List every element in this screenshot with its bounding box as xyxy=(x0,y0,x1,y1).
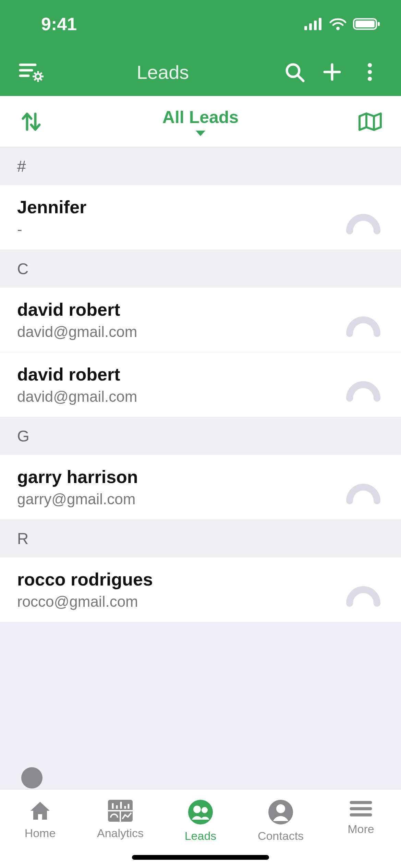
analytics-icon xyxy=(107,798,134,823)
filter-dropdown[interactable]: All Leads xyxy=(45,107,356,136)
nav-contacts[interactable]: Contacts xyxy=(241,798,321,843)
search-icon xyxy=(284,62,305,82)
battery-icon xyxy=(353,17,380,31)
svg-point-45 xyxy=(276,804,285,813)
nav-more[interactable]: More xyxy=(321,798,401,836)
svg-line-18 xyxy=(34,79,36,80)
lead-row[interactable]: david robert david@gmail.com xyxy=(0,288,401,352)
leads-list[interactable]: # Jennifer - C david robert david@gmail.… xyxy=(0,147,401,789)
avatar-placeholder-icon xyxy=(343,197,384,238)
plus-icon xyxy=(323,62,342,82)
home-icon xyxy=(28,798,52,823)
contacts-icon xyxy=(267,798,294,826)
settings-list-button[interactable] xyxy=(16,57,47,87)
svg-rect-1 xyxy=(309,23,312,30)
chevron-down-icon xyxy=(196,131,205,136)
section-header: # xyxy=(0,147,401,185)
section-header: C xyxy=(0,250,401,288)
cellular-icon xyxy=(304,18,323,30)
floating-dot xyxy=(21,767,42,788)
lead-row[interactable]: david robert david@gmail.com xyxy=(0,352,401,417)
svg-point-20 xyxy=(36,75,40,78)
nav-label: Contacts xyxy=(258,829,304,843)
filter-label: All Leads xyxy=(162,107,239,127)
svg-line-22 xyxy=(298,75,303,81)
map-view-button[interactable] xyxy=(356,112,384,131)
svg-point-26 xyxy=(368,70,372,74)
svg-point-27 xyxy=(368,77,372,81)
svg-rect-2 xyxy=(314,21,317,30)
nav-leads[interactable]: Leads xyxy=(160,798,241,843)
menu-icon xyxy=(349,798,373,819)
search-button[interactable] xyxy=(279,57,310,87)
section-header: R xyxy=(0,520,401,557)
bottom-nav: Home Analytics Leads Contacts More xyxy=(0,789,401,868)
lead-row[interactable]: garry harrison garry@gmail.com xyxy=(0,455,401,520)
svg-line-16 xyxy=(34,73,36,74)
svg-point-42 xyxy=(193,806,201,813)
nav-analytics[interactable]: Analytics xyxy=(80,798,160,840)
svg-marker-30 xyxy=(360,113,381,130)
home-indicator xyxy=(132,855,269,860)
leads-icon xyxy=(187,798,214,826)
sort-button[interactable] xyxy=(17,110,45,133)
nav-label: Home xyxy=(25,827,56,840)
svg-rect-3 xyxy=(319,18,321,30)
lead-name: garry harrison xyxy=(17,467,343,487)
svg-point-4 xyxy=(336,27,340,30)
lead-name: Jennifer xyxy=(17,197,343,217)
avatar-placeholder-icon xyxy=(343,467,384,508)
avatar-placeholder-icon xyxy=(343,299,384,340)
lead-sub: - xyxy=(17,221,343,238)
app-header: Leads xyxy=(0,48,401,96)
svg-line-19 xyxy=(40,73,42,74)
svg-point-41 xyxy=(188,800,213,824)
svg-point-43 xyxy=(202,807,208,813)
page-title: Leads xyxy=(47,61,279,83)
svg-rect-7 xyxy=(378,22,380,26)
lead-sub: david@gmail.com xyxy=(17,388,343,405)
lead-sub: rocco@gmail.com xyxy=(17,593,343,610)
map-icon xyxy=(358,112,382,131)
lead-row[interactable]: rocco rodrigues rocco@gmail.com xyxy=(0,557,401,622)
lead-sub: garry@gmail.com xyxy=(17,491,343,508)
nav-label: Analytics xyxy=(97,827,144,840)
avatar-placeholder-icon xyxy=(343,364,384,405)
more-vertical-icon xyxy=(366,62,373,82)
svg-point-25 xyxy=(368,63,372,67)
status-time: 9:41 xyxy=(41,14,77,34)
add-button[interactable] xyxy=(317,57,348,87)
lead-name: david robert xyxy=(17,299,343,320)
status-bar: 9:41 xyxy=(0,0,401,48)
filter-bar: All Leads xyxy=(0,96,401,147)
settings-list-icon xyxy=(19,62,44,82)
lead-sub: david@gmail.com xyxy=(17,323,343,340)
sort-icon xyxy=(20,110,42,133)
status-right-icons xyxy=(304,17,380,31)
section-header: G xyxy=(0,417,401,455)
svg-rect-6 xyxy=(355,21,375,27)
nav-home[interactable]: Home xyxy=(0,798,80,840)
lead-name: david robert xyxy=(17,364,343,385)
svg-line-17 xyxy=(40,79,42,80)
avatar-placeholder-icon xyxy=(343,569,384,610)
nav-label: Leads xyxy=(185,829,217,843)
wifi-icon xyxy=(329,17,347,31)
svg-rect-0 xyxy=(304,26,307,30)
overflow-menu-button[interactable] xyxy=(354,57,385,87)
lead-row[interactable]: Jennifer - xyxy=(0,185,401,250)
nav-label: More xyxy=(348,822,374,836)
lead-name: rocco rodrigues xyxy=(17,569,343,590)
